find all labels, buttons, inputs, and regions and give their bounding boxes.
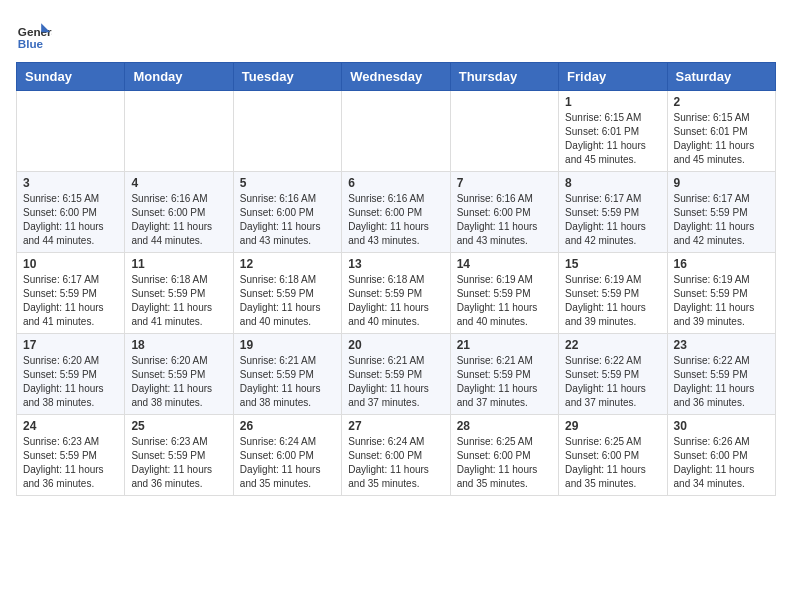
calendar-cell: 25Sunrise: 6:23 AM Sunset: 5:59 PM Dayli…: [125, 415, 233, 496]
logo: General Blue: [16, 16, 56, 52]
day-info: Sunrise: 6:21 AM Sunset: 5:59 PM Dayligh…: [457, 354, 552, 410]
day-info: Sunrise: 6:24 AM Sunset: 6:00 PM Dayligh…: [240, 435, 335, 491]
day-info: Sunrise: 6:23 AM Sunset: 5:59 PM Dayligh…: [131, 435, 226, 491]
calendar-cell: 5Sunrise: 6:16 AM Sunset: 6:00 PM Daylig…: [233, 172, 341, 253]
calendar-cell: 1Sunrise: 6:15 AM Sunset: 6:01 PM Daylig…: [559, 91, 667, 172]
calendar-cell: [342, 91, 450, 172]
day-info: Sunrise: 6:19 AM Sunset: 5:59 PM Dayligh…: [457, 273, 552, 329]
weekday-header: Saturday: [667, 63, 775, 91]
calendar-cell: 11Sunrise: 6:18 AM Sunset: 5:59 PM Dayli…: [125, 253, 233, 334]
day-number: 5: [240, 176, 335, 190]
calendar-cell: [233, 91, 341, 172]
day-info: Sunrise: 6:18 AM Sunset: 5:59 PM Dayligh…: [240, 273, 335, 329]
day-number: 21: [457, 338, 552, 352]
day-number: 10: [23, 257, 118, 271]
day-info: Sunrise: 6:17 AM Sunset: 5:59 PM Dayligh…: [674, 192, 769, 248]
day-info: Sunrise: 6:22 AM Sunset: 5:59 PM Dayligh…: [565, 354, 660, 410]
day-info: Sunrise: 6:16 AM Sunset: 6:00 PM Dayligh…: [348, 192, 443, 248]
day-info: Sunrise: 6:19 AM Sunset: 5:59 PM Dayligh…: [674, 273, 769, 329]
day-number: 24: [23, 419, 118, 433]
calendar-cell: 14Sunrise: 6:19 AM Sunset: 5:59 PM Dayli…: [450, 253, 558, 334]
calendar-cell: 22Sunrise: 6:22 AM Sunset: 5:59 PM Dayli…: [559, 334, 667, 415]
day-number: 26: [240, 419, 335, 433]
calendar-week-row: 17Sunrise: 6:20 AM Sunset: 5:59 PM Dayli…: [17, 334, 776, 415]
day-number: 28: [457, 419, 552, 433]
day-number: 3: [23, 176, 118, 190]
weekday-header: Friday: [559, 63, 667, 91]
weekday-header: Thursday: [450, 63, 558, 91]
calendar-cell: 13Sunrise: 6:18 AM Sunset: 5:59 PM Dayli…: [342, 253, 450, 334]
page-header: General Blue: [16, 16, 776, 52]
calendar-cell: 21Sunrise: 6:21 AM Sunset: 5:59 PM Dayli…: [450, 334, 558, 415]
calendar-cell: 15Sunrise: 6:19 AM Sunset: 5:59 PM Dayli…: [559, 253, 667, 334]
calendar-cell: [17, 91, 125, 172]
logo-icon: General Blue: [16, 16, 52, 52]
weekday-header: Sunday: [17, 63, 125, 91]
day-number: 27: [348, 419, 443, 433]
day-info: Sunrise: 6:23 AM Sunset: 5:59 PM Dayligh…: [23, 435, 118, 491]
calendar-cell: 28Sunrise: 6:25 AM Sunset: 6:00 PM Dayli…: [450, 415, 558, 496]
calendar-cell: 23Sunrise: 6:22 AM Sunset: 5:59 PM Dayli…: [667, 334, 775, 415]
calendar-week-row: 1Sunrise: 6:15 AM Sunset: 6:01 PM Daylig…: [17, 91, 776, 172]
day-number: 1: [565, 95, 660, 109]
day-number: 11: [131, 257, 226, 271]
day-number: 25: [131, 419, 226, 433]
calendar-cell: 18Sunrise: 6:20 AM Sunset: 5:59 PM Dayli…: [125, 334, 233, 415]
calendar-cell: 26Sunrise: 6:24 AM Sunset: 6:00 PM Dayli…: [233, 415, 341, 496]
day-number: 23: [674, 338, 769, 352]
day-number: 29: [565, 419, 660, 433]
calendar-cell: [450, 91, 558, 172]
calendar: SundayMondayTuesdayWednesdayThursdayFrid…: [16, 62, 776, 496]
day-info: Sunrise: 6:24 AM Sunset: 6:00 PM Dayligh…: [348, 435, 443, 491]
day-number: 16: [674, 257, 769, 271]
calendar-cell: 17Sunrise: 6:20 AM Sunset: 5:59 PM Dayli…: [17, 334, 125, 415]
day-number: 17: [23, 338, 118, 352]
calendar-cell: 12Sunrise: 6:18 AM Sunset: 5:59 PM Dayli…: [233, 253, 341, 334]
day-number: 12: [240, 257, 335, 271]
day-number: 9: [674, 176, 769, 190]
day-info: Sunrise: 6:21 AM Sunset: 5:59 PM Dayligh…: [348, 354, 443, 410]
day-number: 22: [565, 338, 660, 352]
day-number: 8: [565, 176, 660, 190]
day-number: 20: [348, 338, 443, 352]
day-number: 7: [457, 176, 552, 190]
day-info: Sunrise: 6:25 AM Sunset: 6:00 PM Dayligh…: [565, 435, 660, 491]
day-info: Sunrise: 6:16 AM Sunset: 6:00 PM Dayligh…: [240, 192, 335, 248]
weekday-header: Wednesday: [342, 63, 450, 91]
day-info: Sunrise: 6:15 AM Sunset: 6:01 PM Dayligh…: [565, 111, 660, 167]
calendar-week-row: 24Sunrise: 6:23 AM Sunset: 5:59 PM Dayli…: [17, 415, 776, 496]
calendar-cell: 19Sunrise: 6:21 AM Sunset: 5:59 PM Dayli…: [233, 334, 341, 415]
calendar-cell: 20Sunrise: 6:21 AM Sunset: 5:59 PM Dayli…: [342, 334, 450, 415]
day-number: 19: [240, 338, 335, 352]
day-info: Sunrise: 6:22 AM Sunset: 5:59 PM Dayligh…: [674, 354, 769, 410]
day-info: Sunrise: 6:17 AM Sunset: 5:59 PM Dayligh…: [23, 273, 118, 329]
calendar-cell: 3Sunrise: 6:15 AM Sunset: 6:00 PM Daylig…: [17, 172, 125, 253]
day-number: 30: [674, 419, 769, 433]
day-info: Sunrise: 6:20 AM Sunset: 5:59 PM Dayligh…: [131, 354, 226, 410]
day-info: Sunrise: 6:17 AM Sunset: 5:59 PM Dayligh…: [565, 192, 660, 248]
day-info: Sunrise: 6:26 AM Sunset: 6:00 PM Dayligh…: [674, 435, 769, 491]
calendar-cell: [125, 91, 233, 172]
day-info: Sunrise: 6:25 AM Sunset: 6:00 PM Dayligh…: [457, 435, 552, 491]
day-info: Sunrise: 6:15 AM Sunset: 6:00 PM Dayligh…: [23, 192, 118, 248]
day-info: Sunrise: 6:16 AM Sunset: 6:00 PM Dayligh…: [457, 192, 552, 248]
day-info: Sunrise: 6:20 AM Sunset: 5:59 PM Dayligh…: [23, 354, 118, 410]
day-number: 2: [674, 95, 769, 109]
calendar-cell: 27Sunrise: 6:24 AM Sunset: 6:00 PM Dayli…: [342, 415, 450, 496]
weekday-header: Monday: [125, 63, 233, 91]
calendar-cell: 7Sunrise: 6:16 AM Sunset: 6:00 PM Daylig…: [450, 172, 558, 253]
day-number: 13: [348, 257, 443, 271]
day-info: Sunrise: 6:21 AM Sunset: 5:59 PM Dayligh…: [240, 354, 335, 410]
calendar-cell: 9Sunrise: 6:17 AM Sunset: 5:59 PM Daylig…: [667, 172, 775, 253]
day-number: 4: [131, 176, 226, 190]
calendar-cell: 2Sunrise: 6:15 AM Sunset: 6:01 PM Daylig…: [667, 91, 775, 172]
calendar-week-row: 10Sunrise: 6:17 AM Sunset: 5:59 PM Dayli…: [17, 253, 776, 334]
weekday-header: Tuesday: [233, 63, 341, 91]
calendar-cell: 30Sunrise: 6:26 AM Sunset: 6:00 PM Dayli…: [667, 415, 775, 496]
svg-text:Blue: Blue: [18, 37, 44, 50]
day-number: 14: [457, 257, 552, 271]
day-number: 6: [348, 176, 443, 190]
calendar-week-row: 3Sunrise: 6:15 AM Sunset: 6:00 PM Daylig…: [17, 172, 776, 253]
calendar-cell: 16Sunrise: 6:19 AM Sunset: 5:59 PM Dayli…: [667, 253, 775, 334]
day-number: 15: [565, 257, 660, 271]
